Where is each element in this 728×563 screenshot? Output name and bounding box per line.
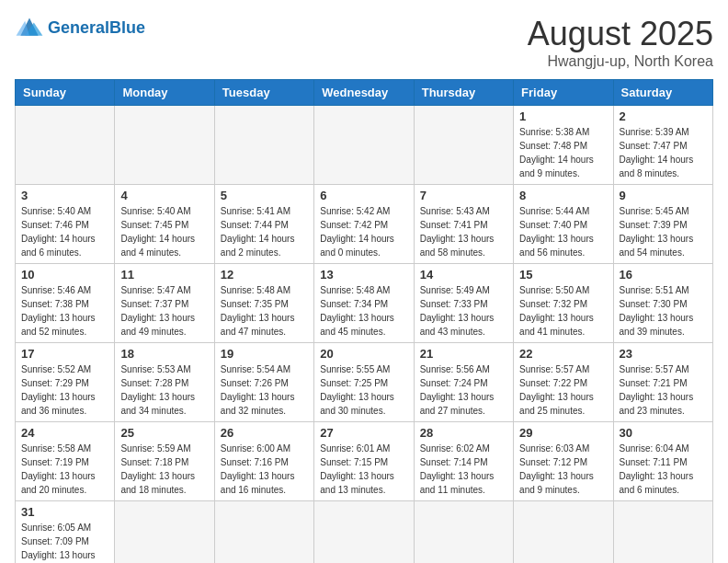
logo-text: GeneralBlue [48,19,145,37]
calendar-cell [214,106,313,185]
day-number: 10 [21,268,108,282]
day-info: Sunrise: 5:44 AM Sunset: 7:40 PM Dayligh… [519,204,607,259]
weekday-header-wednesday: Wednesday [314,80,414,106]
day-number: 31 [21,505,108,519]
day-number: 1 [519,109,607,123]
day-number: 21 [420,347,507,361]
day-info: Sunrise: 5:50 AM Sunset: 7:32 PM Dayligh… [519,283,607,339]
calendar-cell: 28Sunrise: 6:02 AM Sunset: 7:14 PM Dayli… [414,422,513,501]
day-info: Sunrise: 5:53 AM Sunset: 7:28 PM Dayligh… [120,362,208,418]
calendar-table: SundayMondayTuesdayWednesdayThursdayFrid… [15,79,713,563]
calendar-cell: 23Sunrise: 5:57 AM Sunset: 7:21 PM Dayli… [613,343,712,422]
day-number: 4 [120,189,208,202]
day-info: Sunrise: 6:03 AM Sunset: 7:12 PM Dayligh… [519,442,607,497]
calendar-cell: 1Sunrise: 5:38 AM Sunset: 7:48 PM Daylig… [514,106,613,185]
weekday-header-saturday: Saturday [613,80,712,106]
calendar-cell: 10Sunrise: 5:46 AM Sunset: 7:38 PM Dayli… [16,264,115,343]
calendar-cell: 27Sunrise: 6:01 AM Sunset: 7:15 PM Dayli… [314,422,414,501]
day-number: 17 [21,347,108,361]
calendar-cell [214,501,313,564]
weekday-header-sunday: Sunday [16,80,115,106]
day-info: Sunrise: 5:42 AM Sunset: 7:42 PM Dayligh… [320,204,407,259]
calendar-week-3: 17Sunrise: 5:52 AM Sunset: 7:29 PM Dayli… [16,343,713,422]
title-section: August 2025 Hwangju-up, North Korea [528,15,713,70]
calendar-cell [314,501,414,564]
day-info: Sunrise: 5:48 AM Sunset: 7:35 PM Dayligh… [221,283,308,339]
calendar-cell: 26Sunrise: 6:00 AM Sunset: 7:16 PM Dayli… [214,422,313,501]
day-number: 29 [519,426,607,440]
calendar-cell [514,501,613,564]
day-number: 5 [221,189,308,202]
calendar-week-0: 1Sunrise: 5:38 AM Sunset: 7:48 PM Daylig… [16,106,713,185]
day-number: 9 [620,189,707,202]
calendar-cell: 17Sunrise: 5:52 AM Sunset: 7:29 PM Dayli… [16,343,115,422]
day-info: Sunrise: 6:01 AM Sunset: 7:15 PM Dayligh… [320,442,407,497]
day-number: 20 [320,347,407,361]
day-number: 23 [620,347,707,361]
calendar-cell: 3Sunrise: 5:40 AM Sunset: 7:46 PM Daylig… [16,185,115,264]
day-info: Sunrise: 5:39 AM Sunset: 7:47 PM Dayligh… [620,125,707,180]
day-number: 22 [519,347,607,361]
day-number: 6 [320,189,407,202]
page-header: GeneralBlue August 2025 Hwangju-up, Nort… [15,15,713,70]
weekday-header-thursday: Thursday [414,80,513,106]
day-number: 25 [120,426,208,440]
day-info: Sunrise: 5:58 AM Sunset: 7:19 PM Dayligh… [21,442,108,497]
day-info: Sunrise: 5:57 AM Sunset: 7:21 PM Dayligh… [620,362,707,418]
day-info: Sunrise: 5:47 AM Sunset: 7:37 PM Dayligh… [120,283,208,339]
day-number: 13 [320,268,407,282]
calendar-cell: 29Sunrise: 6:03 AM Sunset: 7:12 PM Dayli… [514,422,613,501]
calendar-cell: 20Sunrise: 5:55 AM Sunset: 7:25 PM Dayli… [314,343,414,422]
day-info: Sunrise: 6:02 AM Sunset: 7:14 PM Dayligh… [420,442,507,497]
day-number: 11 [120,268,208,282]
day-number: 27 [320,426,407,440]
day-info: Sunrise: 5:48 AM Sunset: 7:34 PM Dayligh… [320,283,407,339]
calendar-cell [115,106,214,185]
calendar-cell [414,501,513,564]
day-info: Sunrise: 5:54 AM Sunset: 7:26 PM Dayligh… [221,362,308,418]
day-info: Sunrise: 5:57 AM Sunset: 7:22 PM Dayligh… [519,362,607,418]
calendar-cell: 25Sunrise: 5:59 AM Sunset: 7:18 PM Dayli… [115,422,214,501]
calendar-week-4: 24Sunrise: 5:58 AM Sunset: 7:19 PM Dayli… [16,422,713,501]
calendar-cell: 11Sunrise: 5:47 AM Sunset: 7:37 PM Dayli… [115,264,214,343]
day-number: 3 [21,189,108,202]
day-number: 28 [420,426,507,440]
day-number: 26 [221,426,308,440]
calendar-cell: 7Sunrise: 5:43 AM Sunset: 7:41 PM Daylig… [414,185,513,264]
day-info: Sunrise: 5:38 AM Sunset: 7:48 PM Dayligh… [519,125,607,180]
day-info: Sunrise: 6:00 AM Sunset: 7:16 PM Dayligh… [221,442,308,497]
day-number: 24 [21,426,108,440]
day-info: Sunrise: 5:43 AM Sunset: 7:41 PM Dayligh… [420,204,507,259]
calendar-cell: 16Sunrise: 5:51 AM Sunset: 7:30 PM Dayli… [613,264,712,343]
calendar-cell: 8Sunrise: 5:44 AM Sunset: 7:40 PM Daylig… [514,185,613,264]
day-info: Sunrise: 5:59 AM Sunset: 7:18 PM Dayligh… [120,442,208,497]
day-info: Sunrise: 5:52 AM Sunset: 7:29 PM Dayligh… [21,362,108,418]
location-title: Hwangju-up, North Korea [528,53,713,70]
calendar-cell [414,106,513,185]
day-info: Sunrise: 5:40 AM Sunset: 7:45 PM Dayligh… [120,204,208,259]
calendar-cell: 2Sunrise: 5:39 AM Sunset: 7:47 PM Daylig… [613,106,712,185]
day-number: 14 [420,268,507,282]
calendar-cell: 24Sunrise: 5:58 AM Sunset: 7:19 PM Dayli… [16,422,115,501]
calendar-week-1: 3Sunrise: 5:40 AM Sunset: 7:46 PM Daylig… [16,185,713,264]
logo-icon [15,15,44,40]
weekday-header-row: SundayMondayTuesdayWednesdayThursdayFrid… [16,80,713,106]
day-number: 2 [620,109,707,123]
calendar-cell [314,106,414,185]
calendar-cell: 12Sunrise: 5:48 AM Sunset: 7:35 PM Dayli… [214,264,313,343]
calendar-cell [16,106,115,185]
calendar-week-2: 10Sunrise: 5:46 AM Sunset: 7:38 PM Dayli… [16,264,713,343]
calendar-cell [115,501,214,564]
day-number: 7 [420,189,507,202]
calendar-cell: 18Sunrise: 5:53 AM Sunset: 7:28 PM Dayli… [115,343,214,422]
day-number: 30 [620,426,707,440]
logo: GeneralBlue [15,15,145,40]
day-number: 15 [519,268,607,282]
calendar-cell: 19Sunrise: 5:54 AM Sunset: 7:26 PM Dayli… [214,343,313,422]
calendar-cell: 31Sunrise: 6:05 AM Sunset: 7:09 PM Dayli… [16,501,115,564]
day-number: 8 [519,189,607,202]
calendar-cell: 14Sunrise: 5:49 AM Sunset: 7:33 PM Dayli… [414,264,513,343]
calendar-cell: 21Sunrise: 5:56 AM Sunset: 7:24 PM Dayli… [414,343,513,422]
day-info: Sunrise: 6:05 AM Sunset: 7:09 PM Dayligh… [21,521,108,563]
calendar-cell: 15Sunrise: 5:50 AM Sunset: 7:32 PM Dayli… [514,264,613,343]
